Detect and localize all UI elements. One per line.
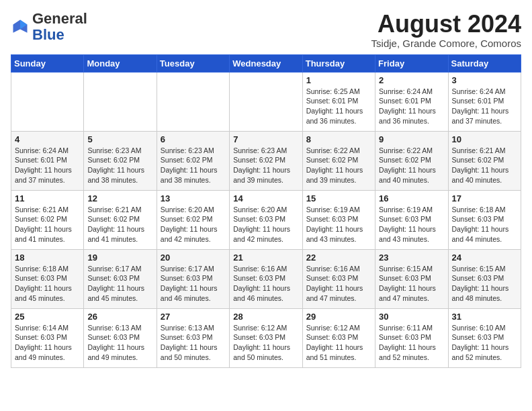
day-info: Sunrise: 6:24 AM Sunset: 6:01 PM Dayligh…: [379, 87, 444, 126]
day-info: Sunrise: 6:22 AM Sunset: 6:02 PM Dayligh…: [379, 146, 444, 185]
day-info: Sunrise: 6:13 AM Sunset: 6:03 PM Dayligh…: [161, 323, 226, 363]
day-number: 21: [233, 253, 298, 263]
calendar-table: SundayMondayTuesdayWednesdayThursdayFrid…: [11, 54, 521, 368]
title-block: August 2024 Tsidje, Grande Comore, Comor…: [371, 11, 521, 49]
day-number: 8: [306, 134, 371, 144]
calendar-cell: [84, 72, 157, 131]
day-info: Sunrise: 6:21 AM Sunset: 6:02 PM Dayligh…: [15, 205, 80, 244]
day-number: 22: [306, 253, 371, 263]
calendar-cell: 20Sunrise: 6:17 AM Sunset: 6:03 PM Dayli…: [157, 249, 229, 308]
calendar-title: August 2024: [371, 11, 521, 38]
calendar-cell: 7Sunrise: 6:23 AM Sunset: 6:02 PM Daylig…: [230, 131, 302, 190]
day-info: Sunrise: 6:23 AM Sunset: 6:02 PM Dayligh…: [161, 146, 226, 185]
day-number: 29: [306, 312, 371, 322]
logo-general-text: General: [32, 10, 87, 27]
calendar-cell: 16Sunrise: 6:19 AM Sunset: 6:03 PM Dayli…: [375, 190, 448, 249]
day-number: 30: [379, 312, 444, 322]
logo-text: General Blue: [32, 11, 87, 43]
calendar-cell: 23Sunrise: 6:15 AM Sunset: 6:03 PM Dayli…: [375, 249, 448, 308]
day-number: 11: [15, 193, 80, 203]
day-info: Sunrise: 6:16 AM Sunset: 6:03 PM Dayligh…: [233, 264, 298, 304]
calendar-cell: 29Sunrise: 6:12 AM Sunset: 6:03 PM Dayli…: [302, 308, 375, 367]
day-info: Sunrise: 6:11 AM Sunset: 6:03 PM Dayligh…: [379, 323, 444, 363]
calendar-cell: [11, 72, 84, 131]
weekday-header-friday: Friday: [375, 54, 448, 72]
day-info: Sunrise: 6:24 AM Sunset: 6:01 PM Dayligh…: [15, 146, 80, 185]
day-number: 25: [15, 312, 80, 322]
calendar-week-row: 25Sunrise: 6:14 AM Sunset: 6:03 PM Dayli…: [11, 308, 521, 367]
day-info: Sunrise: 6:21 AM Sunset: 6:02 PM Dayligh…: [87, 205, 152, 244]
day-info: Sunrise: 6:20 AM Sunset: 6:03 PM Dayligh…: [233, 205, 298, 244]
day-number: 18: [15, 253, 80, 263]
day-number: 9: [379, 134, 444, 144]
day-number: 6: [161, 134, 226, 144]
day-number: 23: [379, 253, 444, 263]
day-info: Sunrise: 6:17 AM Sunset: 6:03 PM Dayligh…: [161, 264, 226, 304]
day-number: 7: [233, 134, 298, 144]
day-number: 16: [379, 193, 444, 203]
calendar-cell: 31Sunrise: 6:10 AM Sunset: 6:03 PM Dayli…: [448, 308, 521, 367]
calendar-week-row: 4Sunrise: 6:24 AM Sunset: 6:01 PM Daylig…: [11, 131, 521, 190]
calendar-cell: 18Sunrise: 6:18 AM Sunset: 6:03 PM Dayli…: [11, 249, 84, 308]
calendar-cell: 24Sunrise: 6:15 AM Sunset: 6:03 PM Dayli…: [448, 249, 521, 308]
day-info: Sunrise: 6:23 AM Sunset: 6:02 PM Dayligh…: [233, 146, 298, 185]
calendar-cell: 27Sunrise: 6:13 AM Sunset: 6:03 PM Dayli…: [157, 308, 229, 367]
weekday-header-saturday: Saturday: [448, 54, 521, 72]
day-info: Sunrise: 6:25 AM Sunset: 6:01 PM Dayligh…: [306, 87, 371, 126]
day-info: Sunrise: 6:13 AM Sunset: 6:03 PM Dayligh…: [87, 323, 152, 363]
day-info: Sunrise: 6:18 AM Sunset: 6:03 PM Dayligh…: [15, 264, 80, 304]
day-info: Sunrise: 6:12 AM Sunset: 6:03 PM Dayligh…: [233, 323, 298, 363]
calendar-cell: 21Sunrise: 6:16 AM Sunset: 6:03 PM Dayli…: [230, 249, 302, 308]
day-number: 13: [161, 193, 226, 203]
calendar-week-row: 11Sunrise: 6:21 AM Sunset: 6:02 PM Dayli…: [11, 190, 521, 249]
calendar-cell: 28Sunrise: 6:12 AM Sunset: 6:03 PM Dayli…: [230, 308, 302, 367]
day-info: Sunrise: 6:15 AM Sunset: 6:03 PM Dayligh…: [379, 264, 444, 304]
day-info: Sunrise: 6:18 AM Sunset: 6:03 PM Dayligh…: [452, 205, 517, 244]
calendar-header: SundayMondayTuesdayWednesdayThursdayFrid…: [11, 54, 521, 72]
calendar-cell: [157, 72, 229, 131]
day-info: Sunrise: 6:20 AM Sunset: 6:02 PM Dayligh…: [161, 205, 226, 244]
day-info: Sunrise: 6:24 AM Sunset: 6:01 PM Dayligh…: [452, 87, 517, 126]
calendar-week-row: 1Sunrise: 6:25 AM Sunset: 6:01 PM Daylig…: [11, 72, 521, 131]
day-number: 31: [452, 312, 517, 322]
calendar-cell: 22Sunrise: 6:16 AM Sunset: 6:03 PM Dayli…: [302, 249, 375, 308]
weekday-header-row: SundayMondayTuesdayWednesdayThursdayFrid…: [11, 54, 521, 72]
day-info: Sunrise: 6:22 AM Sunset: 6:02 PM Dayligh…: [306, 146, 371, 185]
day-number: 24: [452, 253, 517, 263]
day-info: Sunrise: 6:15 AM Sunset: 6:03 PM Dayligh…: [452, 264, 517, 304]
logo-icon: [11, 17, 30, 36]
calendar-cell: 13Sunrise: 6:20 AM Sunset: 6:02 PM Dayli…: [157, 190, 229, 249]
day-number: 1: [306, 75, 371, 85]
weekday-header-monday: Monday: [84, 54, 157, 72]
day-info: Sunrise: 6:19 AM Sunset: 6:03 PM Dayligh…: [379, 205, 444, 244]
calendar-cell: 25Sunrise: 6:14 AM Sunset: 6:03 PM Dayli…: [11, 308, 84, 367]
logo-blue-text: Blue: [32, 26, 64, 43]
calendar-cell: 2Sunrise: 6:24 AM Sunset: 6:01 PM Daylig…: [375, 72, 448, 131]
calendar-cell: [230, 72, 302, 131]
day-info: Sunrise: 6:17 AM Sunset: 6:03 PM Dayligh…: [87, 264, 152, 304]
weekday-header-wednesday: Wednesday: [230, 54, 302, 72]
day-number: 27: [161, 312, 226, 322]
day-number: 5: [87, 134, 152, 144]
calendar-cell: 30Sunrise: 6:11 AM Sunset: 6:03 PM Dayli…: [375, 308, 448, 367]
calendar-cell: 11Sunrise: 6:21 AM Sunset: 6:02 PM Dayli…: [11, 190, 84, 249]
calendar-cell: 14Sunrise: 6:20 AM Sunset: 6:03 PM Dayli…: [230, 190, 302, 249]
calendar-body: 1Sunrise: 6:25 AM Sunset: 6:01 PM Daylig…: [11, 72, 521, 367]
calendar-cell: 1Sunrise: 6:25 AM Sunset: 6:01 PM Daylig…: [302, 72, 375, 131]
day-number: 20: [161, 253, 226, 263]
calendar-cell: 9Sunrise: 6:22 AM Sunset: 6:02 PM Daylig…: [375, 131, 448, 190]
calendar-cell: 15Sunrise: 6:19 AM Sunset: 6:03 PM Dayli…: [302, 190, 375, 249]
day-number: 12: [87, 193, 152, 203]
day-number: 10: [452, 134, 517, 144]
weekday-header-tuesday: Tuesday: [157, 54, 229, 72]
calendar-subtitle: Tsidje, Grande Comore, Comoros: [371, 38, 521, 49]
calendar-cell: 17Sunrise: 6:18 AM Sunset: 6:03 PM Dayli…: [448, 190, 521, 249]
calendar-cell: 6Sunrise: 6:23 AM Sunset: 6:02 PM Daylig…: [157, 131, 229, 190]
calendar-week-row: 18Sunrise: 6:18 AM Sunset: 6:03 PM Dayli…: [11, 249, 521, 308]
calendar-cell: 12Sunrise: 6:21 AM Sunset: 6:02 PM Dayli…: [84, 190, 157, 249]
weekday-header-thursday: Thursday: [302, 54, 375, 72]
calendar-cell: 8Sunrise: 6:22 AM Sunset: 6:02 PM Daylig…: [302, 131, 375, 190]
day-number: 4: [15, 134, 80, 144]
day-info: Sunrise: 6:16 AM Sunset: 6:03 PM Dayligh…: [306, 264, 371, 304]
day-number: 26: [87, 312, 152, 322]
